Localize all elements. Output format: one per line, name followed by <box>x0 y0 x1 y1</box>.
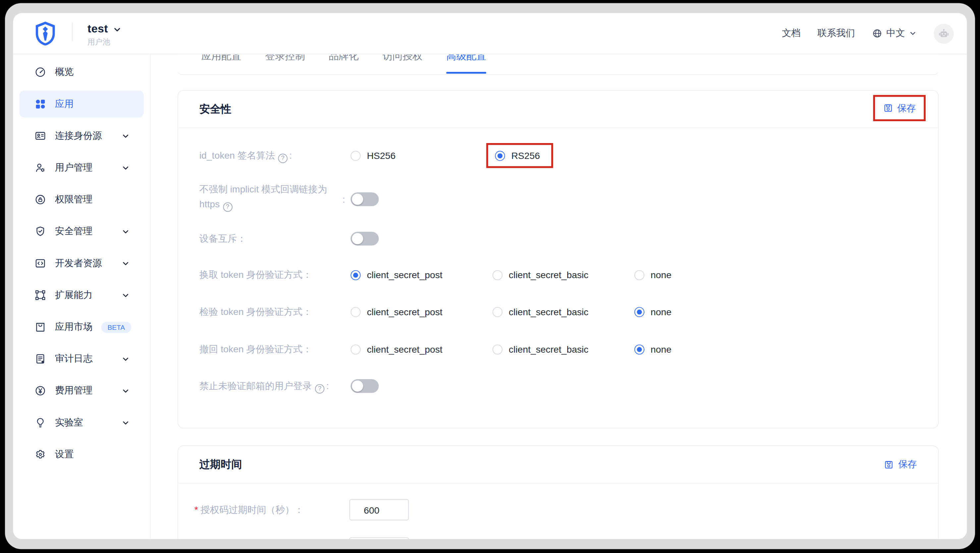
radio-circle-selected[interactable] <box>495 151 505 160</box>
sidebar-item-user-management[interactable]: 用户管理 <box>19 154 143 181</box>
form-row-auth-code-expiry: *授权码过期时间（秒）： <box>178 497 938 522</box>
sidebar-item-labs[interactable]: 实验室 <box>19 409 143 436</box>
tab-login-control[interactable]: 登录控制 <box>265 54 305 75</box>
security-card-title: 安全性 <box>199 102 231 116</box>
tab-app-config[interactable]: 应用配置 <box>201 54 241 75</box>
radio-circle[interactable] <box>350 151 360 160</box>
radio-exchange-client-secret-basic[interactable]: client_secret_basic <box>493 270 589 280</box>
save-floppy-icon <box>883 103 893 113</box>
sidebar-item-security-management[interactable]: 安全管理 <box>19 218 143 245</box>
auth-code-expiry-input[interactable] <box>350 499 409 520</box>
chevron-down-icon <box>121 291 130 299</box>
help-icon[interactable]: ? <box>223 202 232 211</box>
field-label: id_token 签名算法 <box>199 150 275 160</box>
sidebar-item-label: 扩展能力 <box>55 289 92 301</box>
chevron-down-icon <box>909 29 917 38</box>
contact-link[interactable]: 联系我们 <box>818 27 855 40</box>
chevron-down-icon <box>121 132 130 140</box>
security-save-button[interactable]: 保存 <box>883 102 916 114</box>
shopping-bag-icon <box>35 321 46 333</box>
lock-circle-icon <box>35 194 46 206</box>
chevron-down-icon <box>112 25 122 34</box>
audit-log-icon <box>35 353 46 365</box>
security-card: 安全性 保存 id_token 签名算法?: HS256 <box>178 90 939 429</box>
annotation-box-rs256: RS256 <box>486 143 553 168</box>
sidebar-item-label: 实验室 <box>55 416 83 429</box>
sidebar-item-audit-logs[interactable]: 审计日志 <box>19 345 143 372</box>
form-row-token-exchange-auth: 换取 token 身份验证方式： client_secret_post clie… <box>178 262 938 287</box>
apps-icon <box>35 98 46 110</box>
shield-check-icon <box>35 226 46 237</box>
screenshot-stage: test 用户池 文档 联系我们 中文 <box>0 0 980 553</box>
help-icon[interactable]: ? <box>315 384 325 393</box>
sidebar-item-label: 费用管理 <box>55 385 92 397</box>
radio-introspect-none[interactable]: none <box>635 306 671 317</box>
lightbulb-icon <box>35 416 46 429</box>
help-icon[interactable]: ? <box>278 153 287 162</box>
language-selector[interactable]: 中文 <box>872 27 917 40</box>
top-header: test 用户池 文档 联系我们 中文 <box>13 13 967 55</box>
sidebar-item-applications[interactable]: 应用 <box>19 91 143 118</box>
field-label: 禁止未验证邮箱的用户登录 <box>199 380 312 391</box>
next-expiry-input-partial[interactable] <box>350 537 409 539</box>
field-label: 不强制 implicit 模式回调链接为 https <box>199 184 327 209</box>
field-label: 授权码过期时间（秒）： <box>200 504 304 515</box>
tab-access-authorization[interactable]: 访问授权 <box>383 54 423 75</box>
chevron-down-icon <box>121 259 130 267</box>
implicit-https-toggle[interactable] <box>350 192 379 206</box>
field-label: 检验 token 身份验证方式： <box>199 304 312 319</box>
radio-exchange-client-secret-post[interactable]: client_secret_post <box>350 270 442 280</box>
workspace-name[interactable]: test <box>88 22 108 35</box>
radio-hs256[interactable]: HS256 <box>350 150 396 161</box>
radio-exchange-none[interactable]: none <box>635 270 671 280</box>
sidebar-item-extensions[interactable]: 扩展能力 <box>19 282 143 308</box>
device-mutex-toggle[interactable] <box>350 232 379 246</box>
id-card-icon <box>35 130 46 142</box>
field-label: 换取 token 身份验证方式： <box>199 267 312 282</box>
required-mark: * <box>194 504 198 515</box>
beta-badge: BETA <box>101 321 131 333</box>
sidebar-item-developer-resources[interactable]: 开发者资源 <box>19 250 143 277</box>
language-label: 中文 <box>886 27 905 40</box>
tab-advanced-config[interactable]: 高级配置 <box>446 54 486 75</box>
sidebar-item-settings[interactable]: 设置 <box>19 441 143 468</box>
user-gear-icon <box>35 162 46 174</box>
sidebar-item-overview[interactable]: 概览 <box>19 59 143 86</box>
form-row-token-revoke-auth: 撤回 token 身份验证方式： client_secret_post clie… <box>178 337 938 362</box>
radio-revoke-none[interactable]: none <box>635 344 671 354</box>
radio-revoke-client-secret-basic[interactable]: client_secret_basic <box>493 344 589 354</box>
sidebar-item-identity-sources[interactable]: 连接身份源 <box>19 122 143 149</box>
annotation-box-save: 保存 <box>873 95 925 121</box>
radio-introspect-client-secret-post[interactable]: client_secret_post <box>350 306 442 317</box>
app-window: test 用户池 文档 联系我们 中文 <box>13 13 967 539</box>
frame-icon <box>35 289 46 301</box>
sidebar-item-app-market[interactable]: 应用市场 BETA <box>19 314 143 340</box>
tab-bar: 应用配置 登录控制 品牌化 访问授权 高级配置 <box>178 54 939 75</box>
radio-revoke-client-secret-post[interactable]: client_secret_post <box>350 344 442 354</box>
save-floppy-icon <box>884 459 894 470</box>
form-row-implicit-https: 不强制 implicit 模式回调链接为 https? : <box>178 182 938 217</box>
radio-introspect-client-secret-basic[interactable]: client_secret_basic <box>493 306 589 317</box>
code-icon <box>35 257 46 269</box>
sidebar-item-billing[interactable]: 费用管理 <box>19 377 143 404</box>
sidebar-item-label: 用户管理 <box>55 162 92 174</box>
tab-branding[interactable]: 品牌化 <box>329 54 359 75</box>
docs-link[interactable]: 文档 <box>782 27 801 40</box>
form-row-id-token-alg: id_token 签名算法?: HS256 RS256 <box>178 143 938 168</box>
radio-rs256[interactable]: RS256 <box>495 150 540 161</box>
block-unverified-email-toggle[interactable] <box>350 379 379 393</box>
user-avatar[interactable] <box>934 24 953 43</box>
sidebar-item-label: 权限管理 <box>55 194 92 206</box>
expiry-save-button[interactable]: 保存 <box>884 459 917 470</box>
sidebar-item-label: 设置 <box>55 449 74 461</box>
main-content: 应用配置 登录控制 品牌化 访问授权 高级配置 安全性 <box>151 54 967 539</box>
expiry-card-title: 过期时间 <box>199 457 242 472</box>
sidebar-item-permissions[interactable]: 权限管理 <box>19 186 143 213</box>
workspace-switcher[interactable]: test 用户池 <box>88 22 122 47</box>
chevron-down-icon <box>121 354 130 363</box>
chevron-down-icon <box>121 163 130 172</box>
sidebar-item-label: 概览 <box>55 66 74 78</box>
sidebar-item-label: 开发者资源 <box>55 257 102 269</box>
workspace-subtitle: 用户池 <box>88 37 122 47</box>
field-label: 撤回 token 身份验证方式： <box>199 342 312 357</box>
